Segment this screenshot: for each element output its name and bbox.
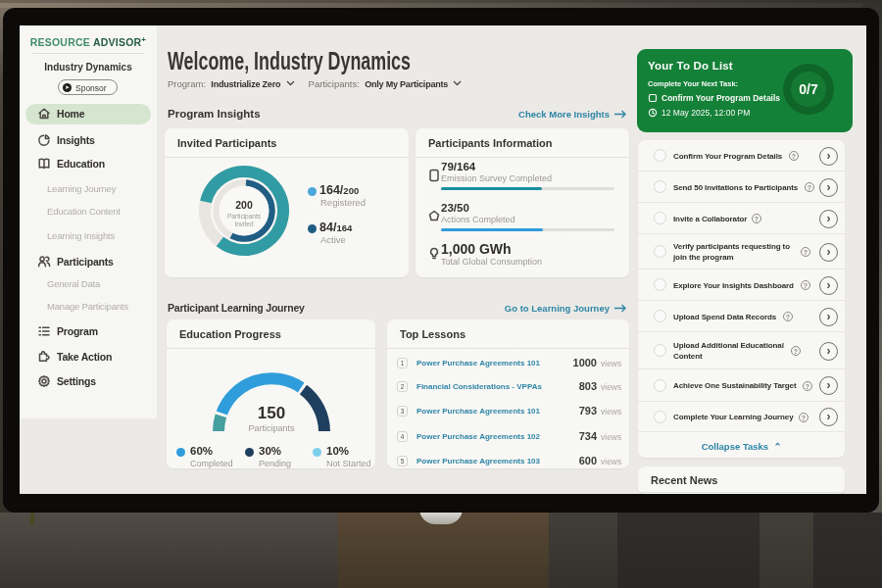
svg-text:Participants: Participants xyxy=(227,213,262,220)
svg-text:Invited: Invited xyxy=(234,220,254,227)
svg-text:Welcome, Industry Dynamics: Welcome, Industry Dynamics xyxy=(168,49,411,74)
svg-text:200: 200 xyxy=(235,199,253,211)
